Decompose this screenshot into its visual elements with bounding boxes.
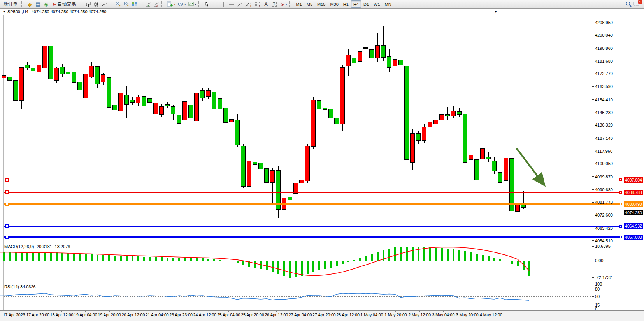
toolbar-right-icons: 1 [624, 0, 643, 8]
text-label-button[interactable]: T [270, 0, 278, 8]
time-tick-label: 4 May 12:00 [480, 312, 502, 317]
macd-bar [207, 259, 209, 261]
macd-bar [26, 253, 28, 261]
price-tick-label: 4099.870 [595, 175, 613, 179]
autotrading-button[interactable]: ▶ 自动交易 [50, 0, 79, 8]
time-tick-label: 1 May 20:00 [384, 312, 407, 317]
templates-button[interactable]: ▾ [187, 0, 198, 8]
toolbar-grip[interactable] [21, 1, 24, 7]
macd-bar [254, 261, 256, 268]
macd-bar [493, 258, 495, 261]
bar-chart-button[interactable] [84, 0, 92, 8]
zoom-in-button[interactable] [114, 0, 122, 8]
vertical-line-button[interactable] [219, 0, 227, 8]
toolbar-grip[interactable] [110, 1, 112, 7]
notifications-button[interactable]: 1 [633, 1, 640, 7]
macd-bar [353, 260, 355, 261]
time-tick-label: 20 Apr 12:00 [122, 312, 145, 317]
macd-bar [242, 261, 244, 265]
macd-bar [231, 261, 233, 261]
profile-next-button[interactable] [152, 0, 160, 8]
macd-bar [102, 255, 104, 261]
horizontal-line-button[interactable] [227, 0, 236, 8]
profile-previous-button[interactable] [144, 0, 152, 8]
price-tick-label: 4208.950 [595, 20, 613, 25]
chevron-down-icon: ▾ [174, 3, 175, 6]
macd-bar [423, 247, 425, 261]
price-tick-label: 4081.770 [595, 200, 613, 205]
price-tick-label: 4145.230 [595, 110, 613, 115]
rsi-indicator-label: RSI(14) 34.0326 [4, 284, 36, 289]
macd-bar [172, 258, 174, 261]
text-label-icon: T [272, 2, 277, 7]
macd-bar [132, 256, 133, 261]
price-tick-label: 4063.420 [595, 226, 613, 231]
timeframe-button-m30[interactable]: M30 [328, 0, 340, 8]
symbol-collapse-icon[interactable]: ▼ [3, 11, 5, 13]
fibonacci-button[interactable]: F [253, 0, 262, 8]
timeframe-button-w1[interactable]: W1 [371, 0, 383, 8]
timeframe-button-m5[interactable]: M5 [304, 0, 315, 8]
macd-bar [289, 261, 291, 278]
market-watch-button[interactable]: ◆ [26, 0, 34, 8]
trendline-icon [237, 2, 243, 7]
timeframe-button-m15[interactable]: M15 [315, 0, 328, 8]
toolbar-grip[interactable] [161, 1, 164, 7]
line-chart-button[interactable] [100, 0, 109, 8]
line-handle-left [5, 178, 8, 181]
candle-chart-button[interactable] [92, 0, 100, 8]
text-tool-button[interactable]: A [262, 0, 270, 8]
toolbar-grip[interactable] [80, 1, 82, 7]
trendline-button[interactable] [236, 0, 244, 8]
price-tick-label: 4154.410 [595, 97, 613, 102]
time-tick-label: 24 Apr 12:00 [193, 312, 217, 317]
crosshair-button[interactable] [211, 0, 219, 8]
macd-bar [499, 259, 501, 261]
price-tick-label: 4054.510 [595, 238, 613, 243]
data-window-icon: ▤ [35, 2, 40, 7]
timeframe-button-d1[interactable]: D1 [361, 0, 371, 8]
arrows-button[interactable]: ▾ [278, 0, 288, 8]
new-order-button[interactable]: 新订单 [1, 0, 20, 8]
data-window-button[interactable]: ▤ [34, 0, 42, 8]
line-handle-left [5, 236, 8, 238]
timeframe-button-h4[interactable]: H4 [351, 0, 361, 8]
timeframe-button-m1[interactable]: M1 [293, 0, 304, 8]
macd-bar [108, 255, 110, 261]
toolbar-grip[interactable] [198, 1, 201, 7]
macd-bar [488, 256, 490, 261]
toolbar-grip[interactable] [140, 1, 142, 7]
price-tick-label: 4163.590 [595, 84, 613, 89]
macd-bar [190, 258, 192, 261]
macd-bar [44, 252, 46, 261]
macd-bar [511, 261, 513, 264]
macd-bar [295, 261, 297, 277]
tile-windows-button[interactable] [130, 0, 139, 8]
zoom-out-button[interactable] [122, 0, 130, 8]
chart-canvas[interactable]: 4208.9504200.0404190.8604181.6804172.770… [0, 15, 644, 321]
price-tick-label: 4172.770 [595, 71, 613, 76]
rsi-tick-label: 80 [595, 287, 600, 291]
macd-bar [202, 258, 204, 261]
search-button[interactable] [624, 0, 633, 8]
equidistant-channel-button[interactable]: E [244, 0, 253, 8]
cursor-button[interactable] [203, 0, 211, 8]
macd-bar [301, 261, 303, 276]
macd-bar [225, 261, 227, 261]
timeframe-button-h1[interactable]: H1 [341, 0, 351, 8]
time-tick-label: 26 Apr 12:00 [265, 312, 288, 317]
time-tick-label: 1 May 04:00 [361, 312, 383, 317]
indicators-button[interactable]: ▾ [166, 0, 177, 8]
price-tick-label: 4090.680 [595, 187, 613, 192]
chart-shift-marker[interactable]: ▼ [494, 9, 497, 15]
macd-bar [272, 261, 274, 272]
macd-bar [237, 261, 239, 263]
toolbar-grip[interactable] [289, 1, 292, 7]
timeframe-button-mn[interactable]: MN [383, 0, 394, 8]
macd-bar [9, 252, 11, 261]
macd-bar [441, 248, 443, 261]
periods-button[interactable]: ▾ [177, 0, 187, 8]
signals-button[interactable]: ◉ [42, 0, 50, 8]
trading-terminal: 新订单 ◆ ▤ ◉ ▶ 自动交易 [0, 0, 644, 321]
time-tick-label: 2 May 12:00 [408, 312, 431, 317]
